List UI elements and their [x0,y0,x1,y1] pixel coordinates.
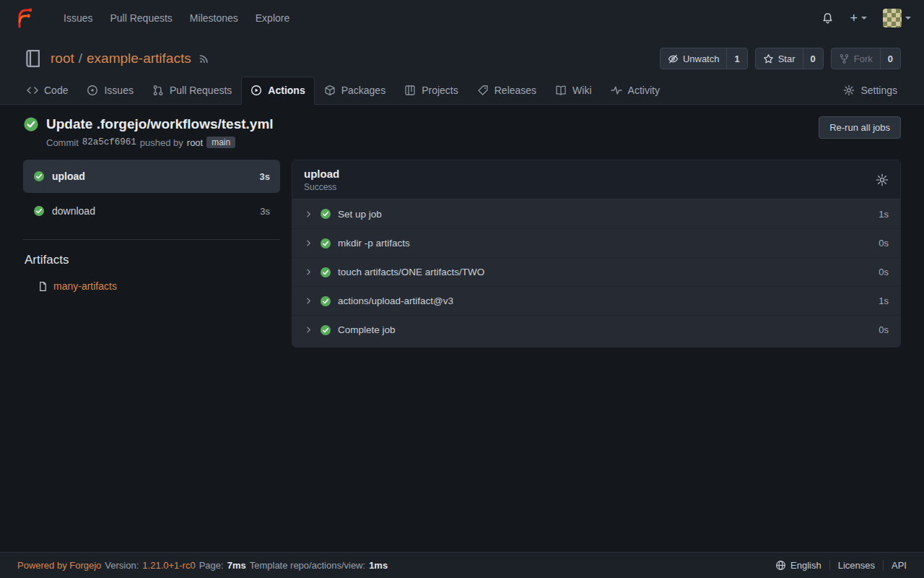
chevron-down-icon [905,17,911,20]
step-duration: 1s [879,209,889,220]
step-row-complete-job[interactable]: Complete job 0s [292,315,900,344]
commit-label: Commit [46,137,79,148]
star-icon [763,53,774,64]
repo-header: root / example-artifacts Unwatch 1 Star … [0,36,924,71]
plus-icon: + [850,12,858,25]
page-time-label: Page: [199,560,224,571]
powered-by-link[interactable]: Powered by Forgejo [17,560,101,571]
success-check-icon [320,267,331,278]
globe-icon [775,560,786,571]
tab-issues[interactable]: Issues [77,77,142,105]
job-duration: 3s [260,206,270,217]
fork-button-group: Fork 0 [831,48,901,69]
run-title: Update .forgejo/workflows/test.yml [46,116,274,132]
nav-item-issues[interactable]: Issues [55,0,101,36]
tag-icon [477,85,489,96]
user-menu[interactable] [883,9,911,27]
chevron-right-icon[interactable] [304,296,313,306]
chevron-right-icon[interactable] [304,210,313,219]
fork-button[interactable]: Fork [832,48,880,69]
step-row-mkdir[interactable]: mkdir -p artifacts 0s [292,228,900,257]
pusher-link[interactable]: root [187,137,203,148]
success-check-icon [320,238,331,249]
play-circle-icon [250,85,262,96]
create-new-menu[interactable]: + [850,12,867,25]
tab-code[interactable]: Code [17,77,77,105]
step-duration: 0s [879,267,889,277]
branch-badge[interactable]: main [206,137,235,148]
tab-actions[interactable]: Actions [241,77,314,105]
repo-action-buttons: Unwatch 1 Star 0 Fork 0 [660,48,901,69]
page-time-value: 7ms [227,560,246,571]
chevron-right-icon[interactable] [304,238,313,248]
nav-item-explore[interactable]: Explore [247,0,298,36]
actions-run-page: Update .forgejo/workflows/test.yml Commi… [0,105,924,552]
success-check-icon [320,296,331,307]
file-icon [38,281,48,292]
avatar [883,9,902,27]
version-link[interactable]: 1.21.0+1-rc0 [142,560,195,571]
job-detail-panel: upload Success Set up job 1s [292,160,901,348]
step-row-set-up-job[interactable]: Set up job 1s [292,199,900,228]
job-list-item-download[interactable]: download 3s [23,194,280,228]
commit-sha-link[interactable]: 82a5cf6961 [82,137,136,147]
nav-item-pull-requests[interactable]: Pull Requests [101,0,180,36]
pulse-icon [611,85,622,96]
job-duration: 3s [260,171,270,182]
watchers-count[interactable]: 1 [726,48,746,69]
repo-tabbar: Code Issues Pull Requests Actions Packag… [0,71,924,105]
job-status-label: Success [304,182,339,192]
unwatch-button[interactable]: Unwatch [661,48,727,69]
job-options-gear-icon[interactable] [876,173,889,186]
template-time-label: Template repo/actions/view: [250,560,365,571]
step-row-upload-artifact-action[interactable]: actions/upload-artifact@v3 1s [292,286,900,315]
star-button[interactable]: Star [756,48,803,69]
artifact-link-many-artifacts[interactable]: many-artifacts [38,280,280,292]
chevron-right-icon[interactable] [304,267,313,277]
success-check-icon [33,171,45,182]
repo-owner-link[interactable]: root [51,51,74,66]
stars-count[interactable]: 0 [803,48,823,69]
watch-button-group: Unwatch 1 [660,48,748,69]
job-list-item-upload[interactable]: upload 3s [23,160,280,193]
navbar-right: + [821,9,911,27]
licenses-link[interactable]: Licenses [829,560,883,571]
tab-packages[interactable]: Packages [315,77,395,105]
jobs-sidebar: upload 3s download 3s Artifacts many-art… [23,160,280,292]
footer-links: English Licenses API [767,560,907,571]
run-title-area: Update .forgejo/workflows/test.yml Commi… [23,116,274,148]
rss-icon[interactable] [199,53,209,64]
version-label: Version: [105,560,139,571]
tab-projects[interactable]: Projects [395,77,468,105]
star-button-group: Star 0 [755,48,824,69]
api-link[interactable]: API [883,560,907,571]
tab-pull-requests[interactable]: Pull Requests [143,77,241,105]
tab-wiki[interactable]: Wiki [546,77,601,105]
job-detail-name: upload [304,168,339,180]
forks-count[interactable]: 0 [880,48,900,69]
package-icon [324,85,336,96]
tab-releases[interactable]: Releases [468,77,546,105]
tab-settings[interactable]: Settings [834,77,907,105]
success-check-icon [320,208,331,220]
repo-separator: / [79,51,82,66]
job-steps-list: Set up job 1s mkdir -p artifacts 0s touc… [292,199,900,347]
chevron-right-icon[interactable] [304,325,313,335]
gear-icon [843,85,855,96]
fork-icon [839,53,850,64]
language-selector[interactable]: English [767,560,829,571]
repo-header-section: root / example-artifacts Unwatch 1 Star … [0,36,924,105]
project-board-icon [404,85,416,96]
tab-activity[interactable]: Activity [601,77,669,105]
eye-off-icon [668,53,679,64]
rerun-all-jobs-button[interactable]: Re-run all jobs [819,116,901,139]
nav-item-milestones[interactable]: Milestones [181,0,247,36]
job-detail-header: upload Success [292,160,900,199]
repo-title: root / example-artifacts [51,51,191,66]
notifications-button[interactable] [821,12,834,25]
repo-name-link[interactable]: example-artifacts [87,51,191,66]
pushed-by-label: pushed by [140,137,183,148]
step-row-touch-artifacts[interactable]: touch artifacts/ONE artifacts/TWO 0s [292,257,900,286]
job-detail-title-area: upload Success [304,168,339,192]
forgejo-logo-icon[interactable] [13,7,36,30]
